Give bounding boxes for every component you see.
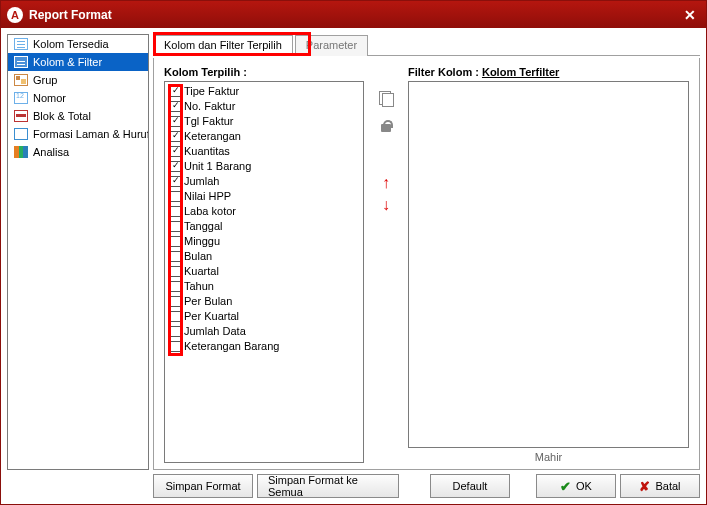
checkbox[interactable] (170, 176, 181, 187)
checkbox[interactable] (170, 266, 181, 277)
checkbox[interactable] (170, 101, 181, 112)
main: Kolom dan Filter Terpilih Parameter Kolo… (153, 34, 700, 470)
doc-icon (14, 38, 28, 50)
list-item-label: Per Bulan (184, 294, 232, 309)
tab-kolom-filter-terpilih[interactable]: Kolom dan Filter Terpilih (153, 35, 293, 56)
group-icon (14, 74, 28, 86)
default-button[interactable]: Default (430, 474, 510, 498)
sidebar: Kolom Tersedia Kolom & Filter Grup Nomor… (7, 34, 149, 470)
ok-button[interactable]: ✔OK (536, 474, 616, 498)
tab-panel: Kolom Terpilih : Tipe FakturNo. FakturTg… (153, 58, 700, 470)
sidebar-item-label: Grup (33, 74, 57, 86)
tab-parameter[interactable]: Parameter (295, 35, 368, 56)
checkbox[interactable] (170, 191, 181, 202)
checkbox[interactable] (170, 251, 181, 262)
checkbox[interactable] (170, 131, 181, 142)
checkbox[interactable] (170, 161, 181, 172)
advanced-label: Mahir (408, 448, 689, 463)
simpan-format-semua-button[interactable]: Simpan Format ke Semua (257, 474, 399, 498)
list-item[interactable]: No. Faktur (168, 99, 360, 114)
checkbox[interactable] (170, 326, 181, 337)
sidebar-item-label: Kolom & Filter (33, 56, 102, 68)
move-down-button[interactable]: ↓ (382, 198, 390, 212)
page-icon (14, 128, 28, 140)
simpan-format-button[interactable]: Simpan Format (153, 474, 253, 498)
list-item-label: Kuantitas (184, 144, 230, 159)
lock-icon (379, 119, 393, 133)
sidebar-item-label: Kolom Tersedia (33, 38, 109, 50)
filter-kolom-title: Filter Kolom : Kolom Terfilter (408, 66, 689, 78)
list-item-label: Nilai HPP (184, 189, 231, 204)
list-item[interactable]: Keterangan (168, 129, 360, 144)
move-up-button[interactable]: ↑ (382, 176, 390, 190)
sidebar-item-label: Formasi Laman & Huruf (33, 128, 148, 140)
checkbox[interactable] (170, 311, 181, 322)
list-item-label: Keterangan Barang (184, 339, 279, 354)
batal-button[interactable]: ✘Batal (620, 474, 700, 498)
kolom-terpilih-section: Kolom Terpilih : Tipe FakturNo. FakturTg… (164, 66, 364, 463)
lock-button[interactable] (376, 116, 396, 136)
kolom-terpilih-list[interactable]: Tipe FakturNo. FakturTgl FakturKeteranga… (164, 81, 364, 463)
list-item[interactable]: Laba kotor (168, 204, 360, 219)
list-item[interactable]: Tipe Faktur (168, 84, 360, 99)
sidebar-item-kolom-filter[interactable]: Kolom & Filter (8, 53, 148, 71)
sidebar-item-label: Analisa (33, 146, 69, 158)
list-item-label: Keterangan (184, 129, 241, 144)
sidebar-item-formasi[interactable]: Formasi Laman & Huruf (8, 125, 148, 143)
copy-button[interactable] (376, 88, 396, 108)
kolom-terfilter-link[interactable]: Kolom Terfilter (482, 66, 559, 78)
list-item[interactable]: Tanggal (168, 219, 360, 234)
list-item-label: Jumlah Data (184, 324, 246, 339)
checkbox[interactable] (170, 236, 181, 247)
list-item-label: Unit 1 Barang (184, 159, 251, 174)
list-item[interactable]: Tahun (168, 279, 360, 294)
body: Kolom Tersedia Kolom & Filter Grup Nomor… (1, 28, 706, 470)
list-item-label: Jumlah (184, 174, 219, 189)
check-icon: ✔ (560, 479, 571, 494)
list-item[interactable]: Kuantitas (168, 144, 360, 159)
list-item-label: Laba kotor (184, 204, 236, 219)
app-icon: A (7, 7, 23, 23)
list-item[interactable]: Keterangan Barang (168, 339, 360, 354)
sidebar-item-label: Blok & Total (33, 110, 91, 122)
list-item[interactable]: Per Bulan (168, 294, 360, 309)
kolom-terpilih-title: Kolom Terpilih : (164, 66, 364, 78)
sidebar-item-grup[interactable]: Grup (8, 71, 148, 89)
sidebar-item-label: Nomor (33, 92, 66, 104)
list-item[interactable]: Unit 1 Barang (168, 159, 360, 174)
list-item[interactable]: Nilai HPP (168, 189, 360, 204)
filter-kolom-list[interactable] (408, 81, 689, 448)
list-item[interactable]: Tgl Faktur (168, 114, 360, 129)
list-item-label: Per Kuartal (184, 309, 239, 324)
list-item[interactable]: Jumlah (168, 174, 360, 189)
number-icon (14, 92, 28, 104)
checkbox[interactable] (170, 206, 181, 217)
list-item-label: Bulan (184, 249, 212, 264)
close-button[interactable]: ✕ (680, 5, 700, 25)
checkbox[interactable] (170, 221, 181, 232)
report-format-window: A Report Format ✕ Kolom Tersedia Kolom &… (0, 0, 707, 505)
sidebar-item-analisa[interactable]: Analisa (8, 143, 148, 161)
checkbox[interactable] (170, 116, 181, 127)
list-item[interactable]: Per Kuartal (168, 309, 360, 324)
checkbox[interactable] (170, 281, 181, 292)
list-item-label: Tipe Faktur (184, 84, 239, 99)
sidebar-item-nomor[interactable]: Nomor (8, 89, 148, 107)
checkbox[interactable] (170, 86, 181, 97)
list-item-label: Tahun (184, 279, 214, 294)
list-item[interactable]: Jumlah Data (168, 324, 360, 339)
list-item-label: Minggu (184, 234, 220, 249)
footer: Simpan Format Simpan Format ke Semua Def… (1, 470, 706, 504)
list-item[interactable]: Bulan (168, 249, 360, 264)
list-item[interactable]: Minggu (168, 234, 360, 249)
sidebar-item-blok-total[interactable]: Blok & Total (8, 107, 148, 125)
checkbox[interactable] (170, 146, 181, 157)
list-item-label: No. Faktur (184, 99, 235, 114)
chart-icon (14, 146, 28, 158)
filter-kolom-section: Filter Kolom : Kolom Terfilter Mahir (408, 66, 689, 463)
list-item[interactable]: Kuartal (168, 264, 360, 279)
checkbox[interactable] (170, 341, 181, 352)
x-icon: ✘ (639, 479, 650, 494)
checkbox[interactable] (170, 296, 181, 307)
sidebar-item-kolom-tersedia[interactable]: Kolom Tersedia (8, 35, 148, 53)
